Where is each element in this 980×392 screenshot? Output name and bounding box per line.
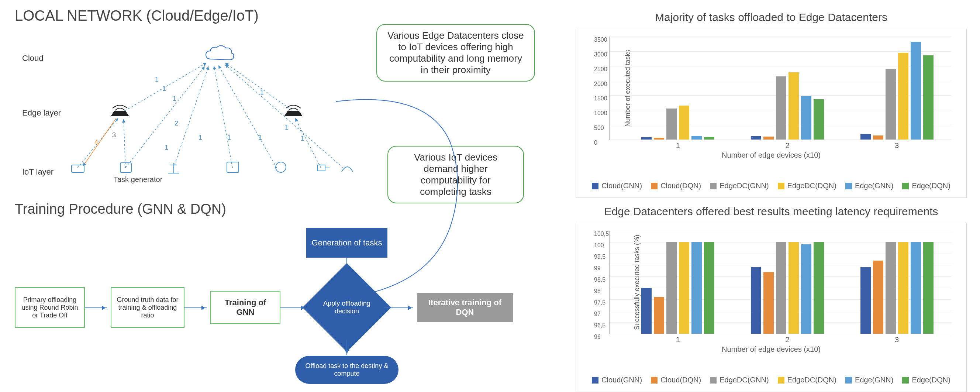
svg-rect-13 <box>227 162 239 172</box>
edge-weight: 3 <box>112 131 116 139</box>
bar <box>886 242 896 334</box>
y-tick: 100,5 <box>594 231 609 237</box>
legend-swatch <box>592 183 598 190</box>
decision-diamond: Apply offloading decision <box>302 263 391 352</box>
legend-label: Edge(GNN) <box>855 376 893 384</box>
legend-label: Cloud(GNN) <box>601 376 642 384</box>
bar-group: 1 <box>627 231 729 334</box>
legend-swatch <box>651 377 657 384</box>
bar-group: 2 <box>736 37 839 140</box>
chart1-canvas: Number of executed tasks 050010001500200… <box>609 37 951 140</box>
bar <box>692 242 702 334</box>
legend-label: Cloud(GNN) <box>601 182 642 190</box>
legend-swatch <box>710 377 717 384</box>
legend-swatch <box>592 377 598 384</box>
edge-weight: 1 <box>258 134 262 142</box>
legend-item: Edge(GNN) <box>845 376 893 384</box>
legend-item: Cloud(DQN) <box>651 182 701 190</box>
x-category: 2 <box>736 141 839 150</box>
edge-weight: 1 <box>285 124 288 131</box>
iot-device-icon <box>166 161 181 175</box>
y-tick: 1500 <box>594 95 607 102</box>
y-tick: 100 <box>594 242 604 249</box>
iot-device-icon <box>315 161 331 174</box>
bar-group: 3 <box>846 231 948 334</box>
edge-weight: 1 <box>199 134 202 142</box>
bar <box>764 272 774 334</box>
bar <box>814 99 824 140</box>
svg-rect-12 <box>120 163 131 172</box>
bar <box>751 136 761 140</box>
bar <box>764 137 774 140</box>
box-train-gnn: Training of GNN <box>210 291 280 324</box>
right-column: Majority of tasks offloaded to Edge Data… <box>576 11 967 392</box>
bar <box>923 55 934 140</box>
local-network-title: LOCAL NETWORK (Cloud/Edge/IoT) <box>15 7 561 24</box>
y-tick: 99 <box>594 265 601 272</box>
legend-swatch <box>902 183 909 190</box>
legend-label: EdgeDC(DQN) <box>788 182 837 190</box>
legend-item: EdgeDC(GNN) <box>710 182 768 190</box>
edge-weight: 1 <box>173 95 177 103</box>
bar <box>898 242 908 334</box>
chart2-legend: Cloud(GNN)Cloud(DQN)EdgeDC(GNN)EdgeDC(DQ… <box>587 372 955 388</box>
y-tick: 3500 <box>594 37 607 43</box>
legend-swatch <box>651 183 657 190</box>
box-offload: Offload task to the destiny & compute <box>295 356 398 384</box>
chart1-title: Majority of tasks offloaded to Edge Data… <box>576 11 967 24</box>
bar <box>654 297 664 334</box>
legend-swatch <box>902 377 909 384</box>
bar <box>704 242 714 334</box>
bar <box>654 138 664 140</box>
edge-router-icon <box>280 102 306 120</box>
edge-weight: 1 <box>162 85 166 92</box>
arrow-icon <box>85 308 107 308</box>
legend-label: EdgeDC(GNN) <box>719 376 768 384</box>
chart1-legend: Cloud(GNN)Cloud(DQN)EdgeDC(GNN)EdgeDC(DQ… <box>587 178 955 194</box>
bar <box>641 288 652 334</box>
callout-edge-dc: Various Edge Datacenters close to IoT de… <box>376 24 535 81</box>
network-diagram: Cloud Edge layer IoT layer <box>15 28 561 186</box>
legend-item: Edge(DQN) <box>902 182 950 190</box>
legend-label: EdgeDC(DQN) <box>788 376 837 384</box>
legend-item: EdgeDC(DQN) <box>778 182 837 190</box>
y-tick: 96,5 <box>594 322 606 329</box>
bar-group: 2 <box>736 231 839 334</box>
box-ground-truth: Ground truth data for training & offload… <box>111 287 185 328</box>
x-category: 3 <box>846 336 948 344</box>
bar <box>801 244 811 334</box>
edge-weight: 4 <box>94 139 98 146</box>
y-tick: 97 <box>594 311 601 317</box>
left-column: LOCAL NETWORK (Cloud/Edge/IoT) Cloud Edg… <box>15 7 561 379</box>
iot-device-icon <box>225 161 240 174</box>
edge-weight: 1 <box>227 134 231 142</box>
y-tick: 3000 <box>594 51 607 58</box>
flowchart: Primary offloading using Round Robin or … <box>15 225 561 379</box>
chart2-canvas: Successfully executed tasks (%) 9696,597… <box>609 231 951 334</box>
svg-point-14 <box>275 162 286 172</box>
arrow-icon <box>384 308 413 308</box>
bar <box>861 267 871 334</box>
chart2-title: Edge Datacenters offered best results me… <box>576 205 967 218</box>
y-tick: 0 <box>594 140 597 146</box>
legend-item: Cloud(DQN) <box>651 376 701 384</box>
chart2-xlabel: Number of edge devices (x10) <box>587 345 955 354</box>
legend-item: Edge(DQN) <box>902 376 950 384</box>
edge-weight: 2 <box>175 120 178 127</box>
legend-label: Cloud(DQN) <box>660 376 701 384</box>
legend-swatch <box>778 183 784 190</box>
edge-weight: 1 <box>165 144 168 152</box>
bar <box>704 137 714 140</box>
bar <box>667 108 677 140</box>
edge-weight: 1 <box>301 135 304 142</box>
legend-label: Cloud(DQN) <box>660 182 701 190</box>
bar <box>873 135 883 140</box>
svg-line-7 <box>218 65 277 168</box>
svg-rect-11 <box>72 165 84 172</box>
bar <box>923 242 934 334</box>
bar <box>679 242 689 334</box>
bar <box>751 267 761 334</box>
bar <box>873 261 883 334</box>
bar <box>679 105 689 140</box>
box-train-dqn: Iterative training of DQN <box>417 293 513 322</box>
